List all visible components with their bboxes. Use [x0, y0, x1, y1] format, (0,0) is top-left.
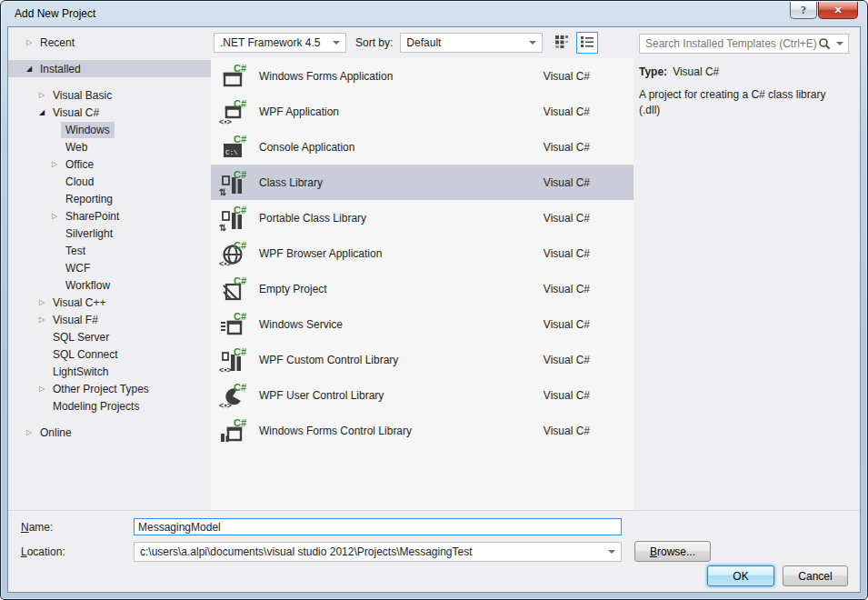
- wpf-custom-control-library-icon: <▪>C#: [218, 345, 247, 375]
- tree-item-label: Visual Basic: [48, 87, 116, 104]
- search-input[interactable]: [645, 37, 818, 50]
- svg-text:C#: C#: [234, 311, 246, 322]
- chevron-collapsed-icon[interactable]: ▷: [35, 316, 48, 324]
- cancel-button[interactable]: Cancel: [783, 565, 848, 586]
- template-name: WPF Browser Application: [259, 247, 544, 260]
- framework-dropdown[interactable]: .NET Framework 4.5: [214, 33, 346, 53]
- location-row: Location: c:\users\a.alpi\documents\visu…: [21, 541, 849, 562]
- search-box: [639, 34, 849, 54]
- svg-text:C#: C#: [234, 205, 246, 215]
- category-tree: ▷Recent◢Installed▷Visual Basic◢Visual C#…: [8, 27, 211, 510]
- name-row: Name:: [21, 518, 849, 535]
- template-name: Windows Forms Control Library: [259, 425, 544, 437]
- tree-item-lightswitch[interactable]: LightSwitch: [8, 363, 211, 380]
- template-item-wpf-custom-control-library[interactable]: <▪>C#WPF Custom Control LibraryVisual C#: [211, 342, 634, 377]
- chevron-collapsed-icon[interactable]: ▷: [48, 213, 61, 220]
- template-item-wpf-application[interactable]: <▪>C#WPF ApplicationVisual C#: [211, 94, 634, 129]
- tree-item-visual-c[interactable]: ◢Visual C#: [8, 104, 211, 121]
- dialog-actions: OK Cancel: [707, 565, 848, 586]
- windows-forms-application-icon: C#: [218, 62, 247, 91]
- help-button[interactable]: ?: [790, 2, 817, 19]
- template-item-windows-forms-application[interactable]: C#Windows Forms ApplicationVisual C#: [211, 58, 634, 94]
- template-item-portable-class-library[interactable]: ⇅C#Portable Class LibraryVisual C#: [211, 200, 634, 235]
- template-name: Windows Service: [259, 318, 544, 331]
- template-item-windows-service[interactable]: C#Windows ServiceVisual C#: [211, 306, 634, 342]
- title-bar[interactable]: Add New Project: [7, 1, 861, 26]
- close-button[interactable]: ✕: [818, 2, 858, 19]
- template-language: Visual C#: [544, 105, 590, 118]
- type-label: Type:: [639, 65, 667, 78]
- tree-item-sql-server[interactable]: SQL Server: [8, 328, 211, 345]
- chevron-collapsed-icon[interactable]: ▷: [48, 161, 61, 168]
- tree-item-test[interactable]: Test: [8, 242, 211, 259]
- tree-item-sharepoint[interactable]: ▷SharePoint: [8, 207, 211, 225]
- template-item-wpf-user-control-library[interactable]: <▪>C#WPF User Control LibraryVisual C#: [211, 377, 634, 413]
- chevron-collapsed-icon[interactable]: ▷: [23, 429, 35, 436]
- tree-item-online[interactable]: ▷Online: [8, 424, 211, 441]
- chevron-expanded-icon[interactable]: ◢: [23, 65, 35, 73]
- chevron-collapsed-icon[interactable]: ▷: [23, 39, 35, 46]
- search-options-chevron-icon[interactable]: [836, 42, 843, 45]
- template-language: Visual C#: [544, 176, 590, 189]
- template-language: Visual C#: [544, 70, 590, 83]
- template-item-wpf-browser-application[interactable]: <▪>C#WPF Browser ApplicationVisual C#: [211, 235, 634, 271]
- tree-item-recent[interactable]: ▷Recent: [8, 34, 211, 51]
- tree-item-label: Silverlight: [61, 225, 117, 242]
- template-item-empty-project[interactable]: C#Empty ProjectVisual C#: [211, 271, 634, 306]
- tree-item-other-project-types[interactable]: ▷Other Project Types: [8, 380, 211, 397]
- list-view-button[interactable]: [576, 32, 598, 54]
- tree-item-workflow[interactable]: Workflow: [8, 276, 211, 294]
- portable-class-library-icon: ⇅C#: [218, 204, 247, 233]
- template-name: WPF Application: [259, 105, 544, 118]
- svg-text:⇅: ⇅: [219, 223, 226, 233]
- tree-item-label: SQL Connect: [48, 346, 123, 363]
- tree-item-web[interactable]: Web: [8, 138, 211, 155]
- location-label: Location:: [21, 545, 134, 558]
- chevron-expanded-icon[interactable]: ◢: [35, 109, 48, 116]
- svg-text:C#: C#: [234, 382, 246, 393]
- template-item-windows-forms-control-library[interactable]: C#Windows Forms Control LibraryVisual C#: [211, 413, 634, 448]
- tree-item-visual-f[interactable]: ▷Visual F#: [8, 311, 211, 328]
- framework-dropdown-value: .NET Framework 4.5: [220, 36, 327, 49]
- chevron-collapsed-icon[interactable]: ▷: [35, 92, 48, 99]
- small-icons-view-button[interactable]: [551, 32, 573, 54]
- chevron-collapsed-icon[interactable]: ▷: [35, 385, 48, 393]
- windows-service-icon: C#: [218, 310, 247, 339]
- template-item-class-library[interactable]: ⇅C#Class LibraryVisual C#: [211, 165, 634, 200]
- template-name: Portable Class Library: [259, 212, 544, 225]
- chevron-down-icon: [333, 41, 340, 45]
- sort-dropdown[interactable]: Default: [400, 33, 543, 53]
- dialog-title: Add New Project: [15, 7, 95, 20]
- tree-item-reporting[interactable]: Reporting: [8, 190, 211, 207]
- tree-item-label: SQL Server: [48, 329, 114, 345]
- tree-item-modeling-projects[interactable]: Modeling Projects: [8, 397, 211, 415]
- tree-item-label: Installed: [35, 61, 85, 77]
- tree-item-installed[interactable]: ◢Installed: [8, 60, 211, 77]
- search-icon[interactable]: [818, 37, 831, 50]
- tree-item-visual-basic[interactable]: ▷Visual Basic: [8, 86, 211, 104]
- tree-item-silverlight[interactable]: Silverlight: [8, 225, 211, 242]
- location-dropdown[interactable]: c:\users\a.alpi\documents\visual studio …: [134, 542, 622, 562]
- wpf-browser-application-icon: <▪>C#: [218, 239, 247, 268]
- browse-button[interactable]: Browse...: [634, 541, 711, 562]
- template-list: C#Windows Forms ApplicationVisual C#<▪>C…: [211, 58, 634, 510]
- list-view-icon: [580, 35, 594, 52]
- ok-button[interactable]: OK: [707, 565, 774, 586]
- tree-item-sql-connect[interactable]: SQL Connect: [8, 345, 211, 363]
- tree-item-windows[interactable]: Windows: [8, 121, 211, 138]
- svg-text:C#: C#: [234, 134, 246, 145]
- location-value: c:\users\a.alpi\documents\visual studio …: [140, 545, 603, 558]
- window-controls: ? ✕: [790, 2, 858, 19]
- svg-text:C#: C#: [234, 417, 246, 428]
- template-item-console-application[interactable]: C:\C#Console ApplicationVisual C#: [211, 129, 634, 165]
- template-description: A project for creating a C# class librar…: [639, 87, 849, 119]
- ok-button-label: OK: [733, 570, 748, 583]
- tree-item-office[interactable]: ▷Office: [8, 155, 211, 173]
- project-name-input[interactable]: [134, 518, 622, 535]
- chevron-collapsed-icon[interactable]: ▷: [35, 299, 48, 306]
- tree-item-label: Visual C#: [48, 105, 104, 121]
- tree-item-visual-c[interactable]: ▷Visual C++: [8, 294, 211, 311]
- tree-item-wcf[interactable]: WCF: [8, 259, 211, 276]
- tree-item-label: LightSwitch: [48, 364, 113, 380]
- tree-item-cloud[interactable]: Cloud: [8, 173, 211, 190]
